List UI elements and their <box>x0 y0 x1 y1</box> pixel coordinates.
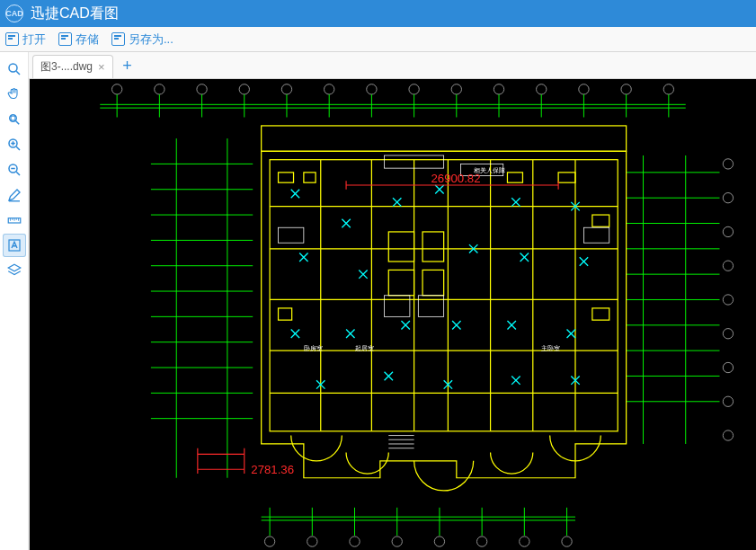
file-tab[interactable]: 图3-....dwg × <box>32 55 113 78</box>
svg-line-4 <box>15 121 19 125</box>
open-label: 打开 <box>22 31 46 48</box>
cad-drawing: 26900.82 2781.36 相关人保障 主卧室 卧房室 起居室 <box>30 79 756 550</box>
zoom-in-icon <box>6 137 22 153</box>
svg-text:主卧室: 主卧室 <box>541 345 560 351</box>
svg-rect-3 <box>11 116 15 120</box>
text-tool[interactable] <box>3 234 26 257</box>
svg-rect-20 <box>49 79 737 550</box>
svg-point-0 <box>9 64 17 72</box>
hand-icon <box>6 86 22 102</box>
file-icon <box>111 32 125 46</box>
svg-text:卧房室: 卧房室 <box>304 345 323 351</box>
app-logo-icon: CAD <box>5 4 23 22</box>
open-menu[interactable]: 打开 <box>5 31 46 48</box>
dimension-2: 2781.36 <box>251 463 294 476</box>
layers-tool[interactable] <box>3 259 26 282</box>
zoom-out-icon <box>6 162 22 178</box>
save-menu[interactable]: 存储 <box>58 31 99 48</box>
title-bar: CAD 迅捷CAD看图 <box>0 0 756 27</box>
svg-line-1 <box>16 71 20 75</box>
layers-icon <box>6 262 22 279</box>
pencil-tool[interactable] <box>3 183 26 207</box>
saveas-label: 另存为... <box>129 31 173 48</box>
zoom-in-tool[interactable] <box>3 133 26 156</box>
tab-bar: 图3-....dwg × + <box>29 52 756 79</box>
add-tab-button[interactable]: + <box>117 55 138 76</box>
pan-tool[interactable] <box>3 83 26 106</box>
magnify-icon <box>6 61 22 77</box>
ruler-tool[interactable] <box>3 208 26 232</box>
pencil-icon <box>6 187 22 203</box>
svg-line-11 <box>16 172 20 175</box>
zoom-window-tool[interactable] <box>3 108 26 131</box>
tool-sidebar <box>0 52 29 550</box>
zoom-out-tool[interactable] <box>3 158 26 182</box>
dimension-1: 26900.82 <box>431 172 480 185</box>
ruler-icon <box>6 212 22 228</box>
menu-bar: 打开 存储 另存为... <box>0 27 756 52</box>
text-icon <box>6 237 22 253</box>
drawing-canvas[interactable]: 26900.82 2781.36 相关人保障 主卧室 卧房室 起居室 <box>29 79 756 550</box>
app-title: 迅捷CAD看图 <box>31 4 119 23</box>
close-icon[interactable]: × <box>98 60 105 74</box>
saveas-menu[interactable]: 另存为... <box>111 31 173 48</box>
file-icon <box>58 32 72 46</box>
magnify-box-icon <box>6 111 22 128</box>
zoom-fit-tool[interactable] <box>3 58 26 81</box>
file-icon <box>5 32 19 46</box>
svg-text:起居室: 起居室 <box>355 345 374 351</box>
svg-line-8 <box>16 146 20 150</box>
svg-text:相关人保障: 相关人保障 <box>474 167 505 174</box>
tab-label: 图3-....dwg <box>40 59 93 75</box>
save-label: 存储 <box>76 31 99 48</box>
